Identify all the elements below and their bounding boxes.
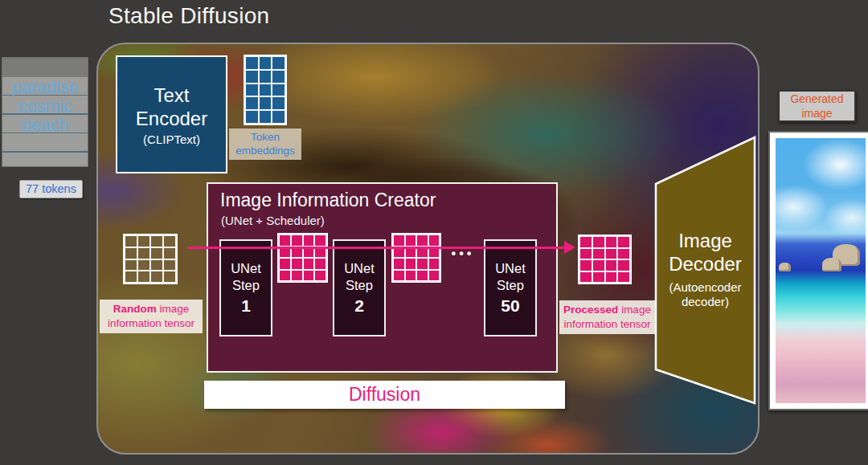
tensor-cell bbox=[272, 96, 285, 110]
token-embeddings-label: Token embeddings bbox=[229, 128, 301, 160]
tensor-cell bbox=[592, 259, 605, 271]
tensor-cell bbox=[314, 258, 326, 270]
tensor-cell bbox=[137, 259, 150, 271]
processed-tensor-grid bbox=[578, 235, 632, 284]
tensor-cell bbox=[605, 271, 618, 283]
generated-beach-image bbox=[776, 138, 866, 403]
tensor-cell bbox=[125, 235, 137, 247]
random-tensor-label-bold: Random bbox=[113, 303, 157, 315]
token-embeddings-grid bbox=[244, 55, 287, 125]
tensor-cell bbox=[245, 96, 259, 110]
unet-step-label: UNet Step bbox=[334, 260, 384, 294]
unet-step-number: 2 bbox=[354, 296, 364, 316]
tensor-cell bbox=[272, 56, 285, 70]
tensor-cell bbox=[279, 235, 291, 247]
tensor-cell bbox=[259, 110, 272, 124]
image-information-creator-box: Image Information Creator (UNet + Schedu… bbox=[207, 182, 558, 373]
tensor-cell bbox=[579, 259, 592, 271]
tensor-cell bbox=[291, 235, 303, 247]
tensor-cell bbox=[592, 248, 605, 260]
unet-step-2-box: UNet Step 2 bbox=[333, 239, 386, 337]
tensor-cell bbox=[428, 258, 440, 270]
tensor-cell bbox=[163, 271, 176, 283]
prompt-text: paradise cosmic beach bbox=[2, 79, 88, 136]
tensor-cell bbox=[416, 258, 428, 270]
diffusion-label: Diffusion bbox=[349, 384, 420, 406]
tensor-cell bbox=[405, 270, 417, 282]
tensor-cell bbox=[272, 70, 285, 84]
tensor-cell bbox=[150, 235, 163, 247]
unet-step-number: 1 bbox=[241, 296, 251, 316]
tensor-cell bbox=[259, 96, 272, 110]
text-encoder-box: Text Encoder (CLIPText) bbox=[116, 55, 227, 173]
tensor-cell bbox=[579, 248, 592, 260]
tensor-cell bbox=[617, 271, 630, 283]
generated-image-label: Generated image bbox=[778, 90, 856, 122]
tensor-cell bbox=[416, 235, 428, 247]
text-encoder-title: Text Encoder bbox=[117, 84, 226, 130]
tensor-cell bbox=[125, 247, 137, 259]
tensor-cell bbox=[393, 270, 405, 282]
tensor-cell bbox=[279, 270, 291, 282]
tensor-cell bbox=[393, 235, 405, 247]
token-count-badge: 77 tokens bbox=[19, 180, 83, 198]
tensor-cell bbox=[259, 84, 272, 97]
tensor-cell bbox=[125, 259, 137, 271]
tensor-cell bbox=[303, 235, 315, 247]
tensor-cell bbox=[137, 247, 150, 259]
tensor-cell bbox=[245, 84, 259, 97]
image-decoder-subtitle: (Autoencoder decoder) bbox=[653, 280, 757, 309]
diagram-canvas: Text Encoder (CLIPText) Token embeddings… bbox=[96, 43, 760, 455]
tensor-cell bbox=[303, 270, 315, 282]
rock-icon bbox=[822, 258, 841, 271]
image-decoder-title: Image Decoder bbox=[653, 229, 757, 275]
tensor-cell bbox=[163, 247, 176, 259]
tensor-cell bbox=[137, 271, 150, 283]
latent-tensor-grid-2 bbox=[391, 233, 441, 283]
tensor-cell bbox=[272, 84, 285, 97]
tensor-cell bbox=[163, 235, 176, 247]
tensor-cell bbox=[617, 259, 630, 271]
flow-arrow-line bbox=[187, 247, 566, 249]
tensor-cell bbox=[150, 259, 163, 271]
random-tensor-grid bbox=[123, 234, 178, 284]
tensor-cell bbox=[428, 235, 440, 247]
tensor-cell bbox=[592, 236, 605, 248]
flow-arrow-head-icon bbox=[564, 241, 575, 254]
tensor-cell bbox=[137, 235, 150, 247]
tensor-cell bbox=[314, 235, 326, 247]
tensor-cell bbox=[245, 56, 259, 70]
tensor-cell bbox=[393, 258, 405, 270]
tensor-cell bbox=[150, 271, 163, 283]
tensor-cell bbox=[428, 270, 440, 282]
processed-tensor-label: Processed image information tensor bbox=[559, 300, 655, 334]
tensor-cell bbox=[605, 259, 618, 271]
generated-image-card bbox=[768, 131, 868, 410]
text-encoder-subtitle: (CLIPText) bbox=[143, 133, 200, 146]
creator-subtitle: (UNet + Scheduler) bbox=[221, 214, 325, 227]
page-title: Stable Diffusion bbox=[108, 3, 269, 29]
tensor-cell bbox=[605, 236, 618, 248]
tensor-cell bbox=[259, 56, 272, 70]
tensor-cell bbox=[245, 110, 259, 124]
tensor-cell bbox=[303, 258, 315, 270]
rock-icon bbox=[779, 263, 791, 271]
tensor-cell bbox=[291, 258, 303, 270]
tensor-cell bbox=[605, 248, 618, 260]
unet-step-number: 50 bbox=[501, 296, 519, 316]
tensor-cell bbox=[416, 270, 428, 282]
unet-step-label: UNet Step bbox=[485, 260, 535, 294]
tensor-cell bbox=[405, 235, 417, 247]
latent-tensor-grid-1 bbox=[277, 233, 328, 283]
tensor-cell bbox=[279, 258, 291, 270]
unet-step-50-box: UNet Step 50 bbox=[484, 239, 537, 337]
tensor-cell bbox=[291, 270, 303, 282]
tensor-cell bbox=[272, 110, 285, 124]
tensor-cell bbox=[150, 247, 163, 259]
diffusion-banner: Diffusion bbox=[204, 381, 565, 409]
random-tensor-label: Random image information tensor bbox=[100, 300, 203, 333]
tensor-cell bbox=[617, 248, 630, 260]
tensor-cell bbox=[163, 259, 176, 271]
prompt-notepad: paradise cosmic beach bbox=[2, 57, 88, 167]
tensor-cell bbox=[579, 271, 592, 283]
